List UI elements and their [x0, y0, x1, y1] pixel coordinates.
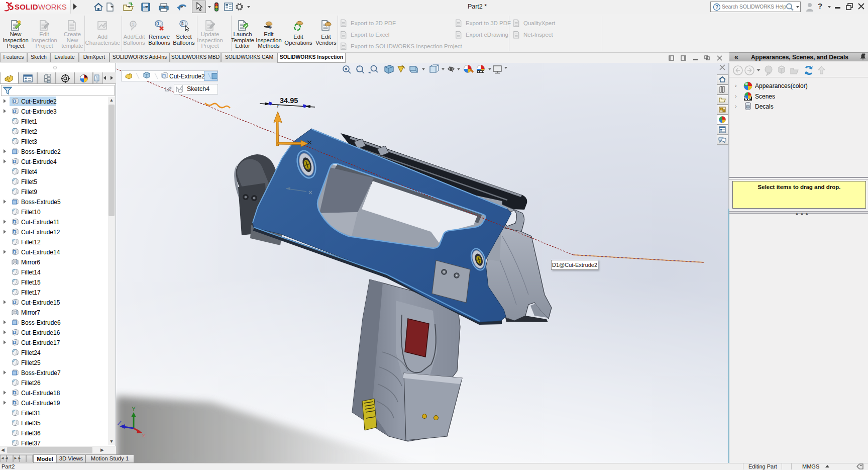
svg-text:1: 1 [182, 21, 184, 26]
svg-text:y: y [277, 103, 279, 108]
svg-text:1: 1 [132, 22, 135, 27]
svg-text:x: x [142, 432, 145, 438]
svg-text:WORKS: WORKS [38, 3, 67, 11]
svg-text:?: ? [715, 4, 718, 10]
svg-text:Z: Z [117, 420, 122, 427]
svg-text:1: 1 [157, 21, 160, 26]
svg-text:Y: Y [132, 406, 136, 413]
svg-text:34.95: 34.95 [280, 97, 298, 105]
svg-text:SOLID: SOLID [15, 3, 38, 11]
